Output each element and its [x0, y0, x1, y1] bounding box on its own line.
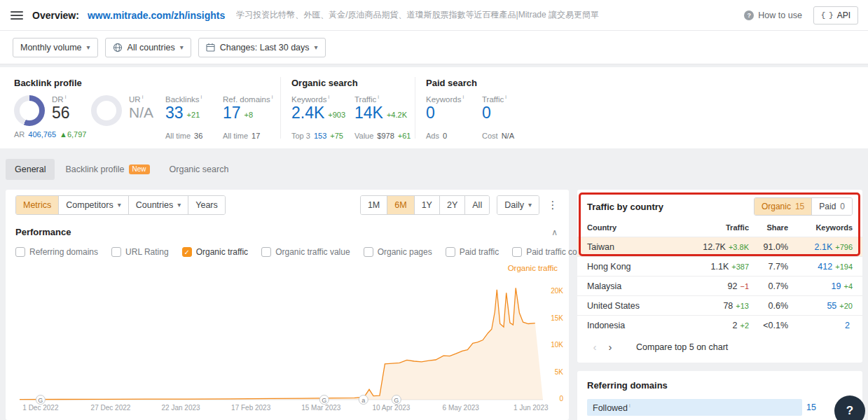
- organic-traffic-chart[interactable]: GGaG: [20, 278, 543, 400]
- years-tab[interactable]: Years: [188, 196, 225, 214]
- checkbox-icon: [111, 247, 121, 257]
- info-icon[interactable]: i: [629, 402, 631, 409]
- info-icon[interactable]: i: [463, 94, 464, 100]
- countries-dropdown[interactable]: Countries▾: [129, 196, 189, 214]
- api-button[interactable]: { } API: [813, 6, 858, 24]
- info-icon[interactable]: i: [65, 94, 67, 100]
- prev-page-icon[interactable]: ‹: [587, 341, 602, 353]
- top3-row: Top 3153+75: [291, 132, 343, 140]
- info-icon[interactable]: i: [201, 94, 202, 100]
- range-2y-button[interactable]: 2Y: [440, 196, 465, 214]
- organic-toggle-button[interactable]: Organic15: [755, 198, 812, 215]
- organic-traffic-change: +4.2K: [387, 111, 407, 119]
- how-to-use-link[interactable]: ? How to use: [744, 10, 802, 20]
- kebab-menu-icon[interactable]: ⋮: [545, 196, 560, 214]
- col-share: Share: [749, 223, 788, 232]
- followed-row[interactable]: Followedi 15 88%: [587, 399, 853, 416]
- checkbox-organic-pages[interactable]: Organic pages: [364, 247, 432, 257]
- keywords-link[interactable]: 412: [818, 262, 832, 272]
- tab-backlink-profile[interactable]: Backlink profileNew: [56, 159, 158, 180]
- collapse-chevron-icon[interactable]: ∧: [551, 227, 558, 237]
- section-tabs: General Backlink profileNew Organic sear…: [6, 159, 237, 180]
- keywords-link[interactable]: 2: [845, 321, 850, 330]
- checkbox-paid-traffic-cost[interactable]: Paid traffic cost: [512, 247, 584, 257]
- tab-general[interactable]: General: [6, 159, 55, 180]
- paid-keywords-value[interactable]: 0: [426, 104, 464, 122]
- y-tick: 5K: [555, 368, 563, 376]
- keywords-change: +194: [835, 262, 853, 271]
- organic-keywords-value[interactable]: 2.4K: [291, 104, 324, 122]
- country-cell: Malaysia: [587, 281, 684, 291]
- keywords-link[interactable]: 19: [832, 281, 841, 291]
- table-row-taiwan[interactable]: Taiwan 12.7K+3.8K 91.0% 2.1K+796: [577, 237, 862, 256]
- volume-mode-label: Monthly volume: [20, 43, 82, 52]
- referring-domains-heading: Referring domains: [577, 371, 862, 391]
- table-row-malaysia[interactable]: Malaysia 92−1 0.7% 19+4: [577, 276, 862, 295]
- keywords-link[interactable]: 55: [827, 301, 836, 311]
- country-filter-dropdown[interactable]: All countries ▾: [105, 38, 191, 57]
- referring-domains-panel: Referring domains Followedi 15 88%: [577, 371, 862, 420]
- info-icon[interactable]: i: [329, 94, 330, 100]
- ur-value: N/A: [129, 104, 153, 122]
- country-cell: Indonesia: [587, 321, 684, 330]
- question-icon: ?: [744, 10, 754, 20]
- calendar-icon: [206, 43, 215, 52]
- daily-dropdown[interactable]: Daily▾: [497, 196, 539, 214]
- checkbox-organic-traffic[interactable]: ✓Organic traffic: [182, 247, 248, 257]
- ar-value[interactable]: 406,765: [28, 130, 56, 139]
- changes-period-dropdown[interactable]: Changes: Last 30 days ▾: [198, 38, 326, 57]
- checkbox-icon: [512, 247, 522, 257]
- domain-rating-gauge: [14, 95, 45, 126]
- info-icon[interactable]: i: [142, 94, 144, 100]
- traffic-change: +13: [736, 302, 749, 310]
- volume-mode-dropdown[interactable]: Monthly volume ▾: [13, 38, 98, 57]
- checkbox-paid-traffic[interactable]: Paid traffic: [446, 247, 499, 257]
- keywords-change: +20: [839, 302, 853, 310]
- table-row-indonesia[interactable]: Indonesia 2+2 <0.1% 2: [577, 315, 862, 335]
- table-row-united-states[interactable]: United States 78+13 0.6% 55+20: [577, 295, 862, 315]
- page-title: Overview:: [32, 10, 79, 21]
- hamburger-menu-icon[interactable]: [10, 10, 24, 21]
- paid-keywords-label: Keywordsi: [426, 94, 464, 104]
- paid-toggle-button[interactable]: Paid0: [812, 198, 852, 215]
- range-6m-button[interactable]: 6M: [387, 196, 414, 214]
- next-page-icon[interactable]: ›: [602, 341, 618, 353]
- table-row-hong-kong[interactable]: Hong Kong 1.1K+387 7.7% 412+194: [577, 256, 862, 276]
- checkbox-referring-domains[interactable]: Referring domains: [15, 247, 98, 257]
- backlinks-value[interactable]: 33: [165, 104, 184, 122]
- chevron-down-icon: ▾: [180, 43, 184, 51]
- topbar: Overview: www.mitrade.com/zh/insights 学习…: [0, 0, 868, 31]
- checkbox-organic-traffic-value[interactable]: Organic traffic value: [261, 247, 350, 257]
- chevron-down-icon: ▾: [315, 43, 318, 51]
- metrics-tab[interactable]: Metrics: [16, 196, 59, 214]
- organic-keywords-label: Keywordsi: [291, 94, 345, 104]
- target-domain-link[interactable]: www.mitrade.com/zh/insights: [88, 10, 225, 21]
- range-1m-button[interactable]: 1M: [361, 196, 387, 214]
- range-1y-button[interactable]: 1Y: [415, 196, 440, 214]
- info-icon[interactable]: i: [272, 94, 273, 100]
- chart-area-fill: [20, 288, 543, 400]
- share-cell: 7.7%: [749, 262, 788, 272]
- y-tick: 0: [559, 395, 563, 402]
- x-tick: 6 May 2023: [443, 404, 479, 412]
- compare-top5-link[interactable]: Compare top 5 on chart: [636, 342, 728, 352]
- followed-count[interactable]: 15: [806, 402, 829, 412]
- paid-traffic-value[interactable]: 0: [482, 104, 507, 122]
- traffic-value: 92: [728, 281, 738, 291]
- info-icon[interactable]: i: [378, 94, 379, 100]
- share-cell: 91.0%: [749, 242, 788, 252]
- traffic-by-country-heading: Traffic by country: [587, 202, 663, 212]
- range-all-button[interactable]: All: [465, 196, 489, 214]
- refdomains-value[interactable]: 17: [223, 104, 241, 122]
- checkbox-url-rating[interactable]: URL Rating: [111, 247, 169, 257]
- info-icon[interactable]: i: [505, 94, 507, 100]
- competitors-dropdown[interactable]: Competitors▾: [59, 196, 128, 214]
- keywords-link[interactable]: 2.1K: [815, 242, 833, 252]
- metric-checkboxes: Referring domains URL Rating ✓Organic tr…: [6, 237, 569, 257]
- tab-organic-search[interactable]: Organic search: [160, 159, 238, 180]
- organic-traffic-value[interactable]: 14K: [354, 104, 383, 122]
- refdomains-alltime: All time17: [223, 132, 260, 140]
- divider: [280, 77, 281, 139]
- globe-icon: [113, 43, 123, 52]
- time-range-segment: 1M 6M 1Y 2Y All: [360, 195, 490, 215]
